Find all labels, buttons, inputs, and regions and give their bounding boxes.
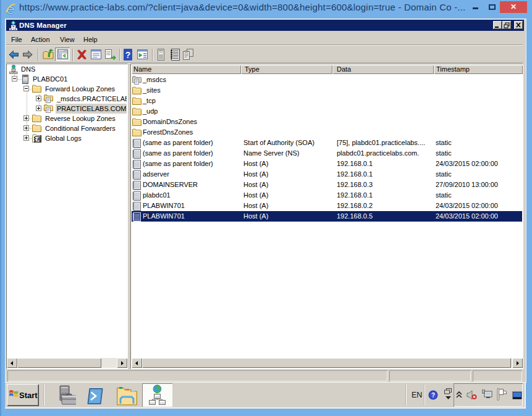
- svg-text:?: ?: [125, 50, 131, 60]
- svg-text:?: ?: [431, 392, 435, 399]
